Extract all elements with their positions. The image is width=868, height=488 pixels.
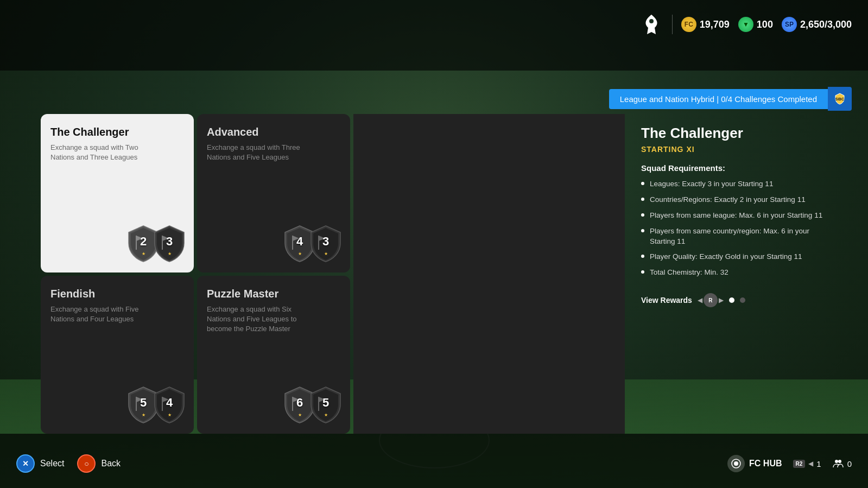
chevron-nav-left: ◀ (808, 460, 813, 467)
shield-challenge-icon: SBC (833, 92, 846, 105)
svg-text:★: ★ (324, 251, 328, 256)
card-puzzle-master[interactable]: Puzzle Master Exchange a squad with Six … (197, 276, 350, 434)
sp-display: SP 2,650/3,000 (782, 17, 852, 32)
req-text-6: Total Chemistry: Min. 32 (650, 268, 728, 278)
badge-num-fie-2: 4 (153, 396, 186, 410)
action-back[interactable]: ○ Back (77, 454, 121, 473)
card-challenger-badges: ★ 2 ★ 3 (126, 224, 186, 263)
counter-2-value: 0 (847, 459, 852, 468)
view-rewards[interactable]: View Rewards ◀ R ▶ (641, 293, 835, 307)
svg-text:★: ★ (168, 251, 172, 256)
card-challenger[interactable]: The Challenger Exchange a squad with Two… (41, 114, 194, 272)
card-puzzle-badges: ★ 6 ★ 5 (283, 385, 343, 424)
req-item-3: Players from same league: Max. 6 in your… (641, 211, 835, 221)
req-item-5: Player Quality: Exactly Gold in your Sta… (641, 252, 835, 262)
req-item-4: Players from same country/region: Max. 6… (641, 226, 835, 247)
badge-shield-2: ★ 3 (153, 224, 186, 263)
top-bar: FC 19,709 ▼ 100 SP 2,650/3,000 (639, 0, 868, 49)
bullet-2 (641, 198, 644, 201)
bottom-bar: ✕ Select ○ Back FC HUB R2 ◀ 1 (0, 439, 868, 488)
people-icon (832, 458, 844, 470)
req-text-2: Countries/Regions: Exactly 2 in your Sta… (650, 195, 806, 205)
svg-point-0 (649, 19, 654, 23)
nav-counter-2: 0 (832, 458, 852, 470)
svg-point-20 (835, 460, 838, 463)
points-value: 100 (757, 19, 773, 30)
challenge-banner: League and Nation Hybrid | 0/4 Challenge… (609, 87, 852, 111)
requirements-heading: Squad Requirements: (641, 163, 835, 173)
card-advanced-title: Advanced (207, 126, 340, 138)
coins-display: FC 19,709 (681, 17, 730, 32)
card-advanced-desc: Exchange a squad with Three Nations and … (207, 143, 315, 162)
chevron-left: ◀ (698, 296, 702, 304)
bullet-3 (641, 213, 644, 217)
detail-subtitle: STARTING XI (641, 145, 835, 154)
svg-text:★: ★ (298, 251, 302, 256)
select-label: Select (40, 459, 64, 468)
main-content: The Challenger Exchange a squad with Two… (41, 114, 852, 434)
svg-text:★: ★ (324, 413, 328, 417)
club-logo-icon (641, 14, 662, 35)
bullet-5 (641, 255, 644, 258)
challenge-banner-text: League and Nation Hybrid | 0/4 Challenge… (609, 89, 828, 109)
card-fiendish-desc: Exchange a squad with Five Nations and F… (50, 305, 159, 324)
req-item-6: Total Chemistry: Min. 32 (641, 268, 835, 278)
card-advanced[interactable]: Advanced Exchange a squad with Three Nat… (197, 114, 350, 272)
nav-dot-1 (729, 297, 734, 303)
x-button[interactable]: ✕ (16, 454, 35, 473)
svg-text:★: ★ (298, 413, 302, 417)
r2-badge: R2 (793, 460, 806, 468)
card-challenger-desc: Exchange a squad with Two Nations and Th… (50, 143, 159, 162)
sp-value: 2,650/3,000 (800, 19, 852, 30)
svg-text:★: ★ (142, 413, 145, 417)
card-fiendish[interactable]: Fiendish Exchange a squad with Five Nati… (41, 276, 194, 434)
badge-puz-2: ★ 5 (309, 385, 343, 424)
cards-grid: The Challenger Exchange a squad with Two… (41, 114, 350, 434)
svg-text:SBC: SBC (835, 97, 845, 102)
r-button-group: ◀ R ▶ (698, 293, 724, 307)
card-fiendish-badges: ★ 5 ★ 4 (126, 385, 186, 424)
bullet-6 (641, 270, 644, 274)
bottom-left-actions: ✕ Select ○ Back (16, 454, 121, 473)
challenge-banner-icon: SBC (828, 87, 852, 111)
back-label: Back (101, 459, 121, 468)
o-button[interactable]: ○ (77, 454, 96, 473)
fc-hub-label: FC HUB (749, 459, 782, 468)
points-icon: ▼ (738, 17, 753, 32)
top-divider (672, 15, 673, 34)
req-text-3: Players from same league: Max. 6 in your… (650, 211, 822, 221)
req-text-1: Leagues: Exactly 3 in your Starting 11 (650, 179, 773, 189)
req-item-2: Countries/Regions: Exactly 2 in your Sta… (641, 195, 835, 205)
coins-icon: FC (681, 17, 696, 32)
svg-text:★: ★ (142, 251, 145, 256)
nav-dot-2 (740, 297, 745, 303)
card-fiendish-title: Fiendish (50, 288, 184, 300)
detail-panel: The Challenger STARTING XI Squad Require… (625, 114, 852, 434)
svg-point-19 (734, 461, 738, 466)
counter-1-value: 1 (816, 459, 821, 468)
svg-point-21 (838, 460, 841, 463)
sp-icon: SP (782, 17, 797, 32)
view-rewards-label: View Rewards (641, 296, 692, 305)
nav-counter-1: R2 ◀ 1 (793, 459, 821, 468)
card-challenger-title: The Challenger (50, 126, 184, 138)
badge-num-puz-2: 5 (309, 396, 343, 410)
card-puzzle-desc: Exchange a squad with Six Nations and Fi… (207, 305, 315, 334)
camera-icon (731, 459, 741, 468)
fc-hub[interactable]: FC HUB (727, 455, 782, 472)
bottom-right: FC HUB R2 ◀ 1 0 (727, 455, 852, 472)
badge-num-adv-2: 3 (309, 235, 343, 249)
club-logo (639, 12, 663, 36)
badge-adv-2: ★ 3 (309, 224, 343, 263)
advanced-card-column (353, 114, 625, 434)
action-select[interactable]: ✕ Select (16, 454, 64, 473)
req-item-1: Leagues: Exactly 3 in your Starting 11 (641, 179, 835, 189)
detail-title: The Challenger (641, 125, 835, 142)
req-text-4: Players from same country/region: Max. 6… (650, 226, 835, 247)
bullet-1 (641, 182, 644, 185)
badge-fie-2: ★ 4 (153, 385, 186, 424)
badge-num-2: 3 (153, 235, 186, 249)
r-button[interactable]: R (704, 293, 718, 307)
svg-text:★: ★ (168, 413, 172, 417)
coins-value: 19,709 (700, 19, 730, 30)
